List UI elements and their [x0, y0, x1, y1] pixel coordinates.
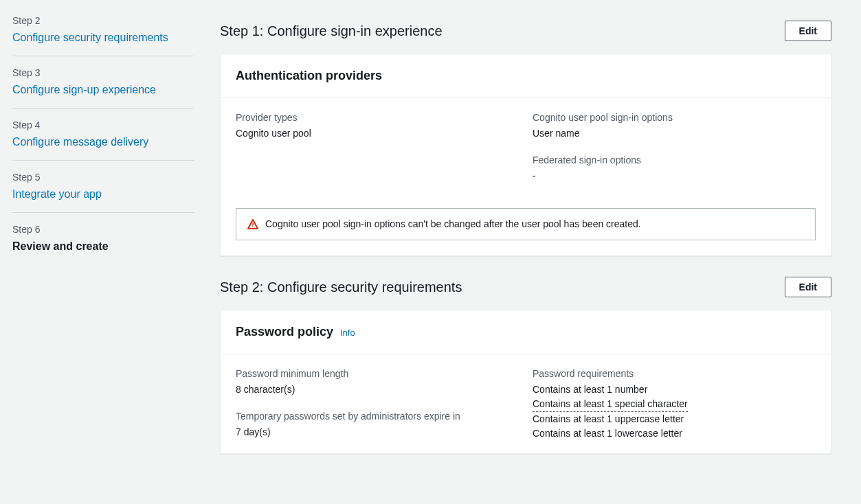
auth-providers-title: Authentication providers: [236, 69, 382, 82]
warning-text: Cognito user pool sign-in options can't …: [265, 217, 641, 231]
provider-types-value: Cognito user pool: [236, 126, 519, 141]
step-number: Step 6: [12, 222, 194, 237]
signin-warning-alert: Cognito user pool sign-in options can't …: [236, 208, 816, 240]
requirement-item: Contains at least 1 lowercase letter: [533, 426, 816, 441]
wizard-sidebar: Step 2 Configure security requirements S…: [0, 0, 206, 504]
sidebar-step-link-review: Review and create: [12, 238, 194, 255]
requirements-label: Password requirements: [533, 367, 816, 381]
panel-body: Provider types Cognito user pool Cognito…: [221, 98, 831, 196]
edit-step1-button[interactable]: Edit: [785, 21, 831, 41]
step2-title: Step 2: Configure security requirements: [220, 277, 462, 297]
requirement-item: Contains at least 1 number: [533, 382, 816, 397]
panel-header: Authentication providers: [221, 54, 831, 98]
password-policy-title: Password policy: [236, 325, 333, 339]
temp-pw-label: Temporary passwords set by administrator…: [236, 409, 519, 424]
step2-header: Step 2: Configure security requirements …: [220, 277, 831, 297]
requirement-item: Contains at least 1 uppercase letter: [533, 412, 816, 426]
requirement-item-special[interactable]: Contains at least 1 special character: [533, 397, 688, 412]
federated-label: Federated sign-in options: [533, 153, 816, 168]
step-number: Step 3: [12, 66, 194, 80]
signin-options-label: Cognito user pool sign-in options: [533, 111, 816, 125]
step1-header: Step 1: Configure sign-in experience Edi…: [220, 21, 831, 41]
sidebar-step-link-integrate[interactable]: Integrate your app: [12, 186, 194, 203]
info-link[interactable]: Info: [340, 328, 355, 338]
min-length-value: 8 character(s): [236, 382, 519, 397]
sidebar-step: Step 4 Configure message delivery: [12, 118, 194, 161]
edit-step2-button[interactable]: Edit: [785, 277, 831, 297]
min-length-label: Password minimum length: [236, 367, 519, 381]
provider-types-label: Provider types: [236, 111, 519, 125]
signin-options-value: User name: [533, 126, 816, 141]
sidebar-step-link-message[interactable]: Configure message delivery: [12, 134, 194, 150]
sidebar-step-link-signup[interactable]: Configure sign-up experience: [12, 82, 194, 98]
main-content: Step 1: Configure sign-in experience Edi…: [206, 0, 845, 504]
panel-body: Password minimum length 8 character(s) T…: [221, 354, 831, 453]
step-number: Step 5: [12, 170, 194, 185]
step-number: Step 4: [12, 118, 194, 133]
temp-pw-value: 7 day(s): [236, 425, 519, 439]
sidebar-step-link-security[interactable]: Configure security requirements: [12, 30, 194, 46]
step-number: Step 2: [12, 14, 194, 28]
svg-rect-0: [252, 222, 254, 225]
auth-providers-panel: Authentication providers Provider types …: [220, 54, 831, 256]
sidebar-step: Step 6 Review and create: [12, 222, 194, 264]
warning-icon: [247, 219, 258, 230]
federated-value: -: [533, 169, 816, 183]
panel-header: Password policy Info: [221, 310, 831, 354]
sidebar-step: Step 5 Integrate your app: [12, 170, 194, 213]
sidebar-step: Step 2 Configure security requirements: [12, 14, 194, 56]
sidebar-step: Step 3 Configure sign-up experience: [12, 66, 194, 108]
step1-title: Step 1: Configure sign-in experience: [220, 21, 443, 41]
password-policy-panel: Password policy Info Password minimum le…: [220, 310, 831, 454]
svg-rect-1: [252, 226, 254, 227]
